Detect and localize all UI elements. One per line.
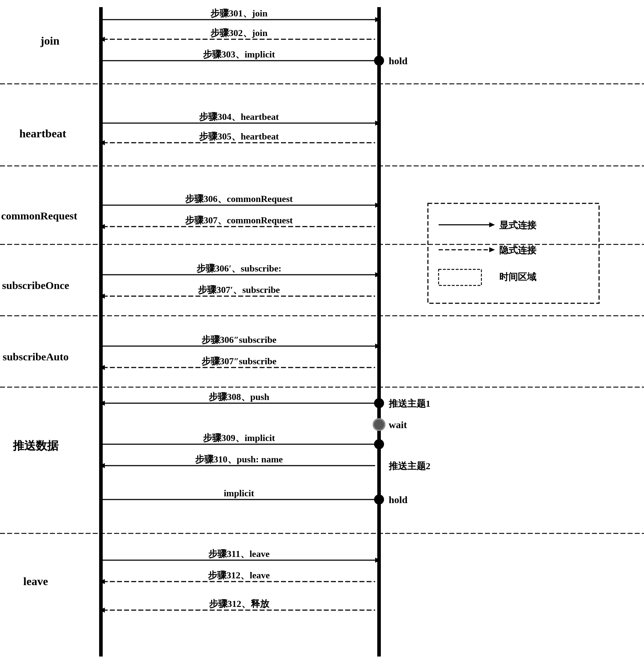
diagram-container: 步骤301、join 步骤302、join 步骤303、implicit hol…	[0, 0, 644, 659]
svg-text:join: join	[40, 34, 60, 47]
svg-marker-12	[99, 37, 105, 42]
svg-point-48	[373, 418, 385, 431]
svg-text:implicit: implicit	[224, 488, 254, 498]
svg-marker-44	[99, 401, 105, 406]
svg-marker-20	[375, 121, 381, 126]
svg-text:推送主题1: 推送主题1	[388, 398, 430, 409]
svg-text:步骤304、heartbeat: 步骤304、heartbeat	[199, 112, 279, 122]
svg-text:leave: leave	[23, 575, 48, 588]
svg-point-62	[374, 495, 384, 505]
svg-text:步骤309、implicit: 步骤309、implicit	[203, 433, 275, 443]
svg-text:hold: hold	[389, 55, 408, 66]
svg-marker-35	[99, 294, 105, 299]
svg-text:步骤305、heartbeat: 步骤305、heartbeat	[199, 131, 279, 142]
svg-marker-71	[99, 608, 105, 613]
diagram-svg: 步骤301、join 步骤302、join 步骤303、implicit hol…	[0, 0, 644, 659]
svg-text:步骤301、join: 步骤301、join	[210, 8, 268, 19]
svg-marker-85	[489, 247, 495, 252]
svg-point-54	[374, 439, 384, 449]
svg-text:subscribeOnce: subscribeOnce	[2, 279, 69, 291]
svg-text:步骤306、commonRequest: 步骤306、commonRequest	[185, 194, 293, 204]
svg-text:步骤307″subscribe: 步骤307″subscribe	[201, 356, 277, 366]
svg-rect-1	[377, 7, 381, 657]
svg-marker-52	[375, 442, 381, 447]
svg-marker-23	[99, 140, 105, 145]
svg-marker-15	[375, 58, 381, 63]
svg-text:步骤306′、subscribe:: 步骤306′、subscribe:	[196, 263, 281, 274]
svg-marker-38	[375, 344, 381, 349]
svg-text:推送主题2: 推送主题2	[388, 461, 430, 471]
svg-marker-60	[375, 497, 381, 502]
svg-text:步骤307、commonRequest: 步骤307、commonRequest	[185, 215, 293, 225]
svg-text:步骤303、implicit: 步骤303、implicit	[203, 49, 275, 60]
svg-marker-32	[375, 272, 381, 277]
svg-text:步骤308、push: 步骤308、push	[209, 392, 270, 402]
svg-point-17	[374, 56, 384, 66]
svg-marker-29	[99, 224, 105, 229]
svg-marker-26	[375, 203, 381, 208]
svg-point-46	[374, 398, 384, 408]
svg-text:subscribeAuto: subscribeAuto	[2, 351, 68, 363]
svg-marker-41	[99, 365, 105, 370]
svg-text:hold: hold	[389, 494, 408, 505]
svg-marker-68	[99, 579, 105, 584]
svg-rect-0	[99, 7, 103, 657]
svg-marker-56	[99, 463, 105, 468]
svg-text:步骤307′、subscribe: 步骤307′、subscribe	[198, 285, 280, 295]
svg-text:显式连接: 显式连接	[499, 220, 537, 230]
svg-text:步骤306″subscribe: 步骤306″subscribe	[201, 335, 277, 345]
svg-text:推送数据: 推送数据	[12, 439, 59, 452]
svg-marker-65	[375, 558, 381, 563]
svg-text:步骤310、push: name: 步骤310、push: name	[195, 454, 283, 465]
svg-rect-87	[439, 269, 481, 285]
svg-text:步骤312、释放: 步骤312、释放	[209, 599, 270, 609]
svg-text:commonRequest: commonRequest	[1, 210, 77, 222]
svg-text:wait: wait	[389, 419, 407, 430]
svg-text:步骤311、leave: 步骤311、leave	[208, 549, 270, 559]
svg-text:时间区域: 时间区域	[499, 272, 537, 282]
svg-text:步骤302、join: 步骤302、join	[210, 28, 268, 38]
svg-point-49	[374, 420, 384, 430]
svg-text:隐式连接: 隐式连接	[499, 245, 537, 255]
svg-marker-9	[375, 17, 381, 22]
svg-text:步骤312、leave: 步骤312、leave	[208, 570, 270, 581]
svg-marker-82	[489, 222, 495, 227]
svg-rect-80	[428, 203, 599, 303]
svg-text:heartbeat: heartbeat	[19, 127, 66, 140]
